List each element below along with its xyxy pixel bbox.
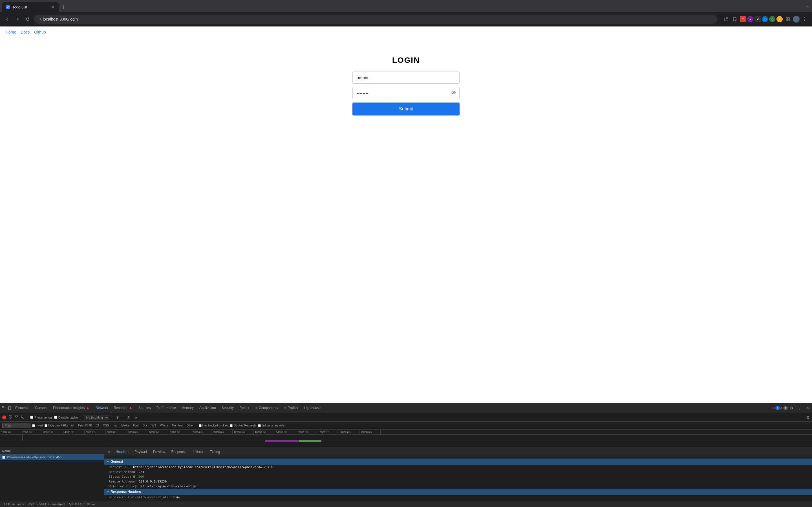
github-link[interactable]: Github	[34, 30, 46, 34]
tab-sources[interactable]: Sources	[136, 403, 154, 413]
svg-point-8	[804, 17, 805, 18]
general-section-header[interactable]: ▼ General	[104, 459, 812, 465]
filter-doc[interactable]: Doc	[142, 424, 149, 427]
tab-console[interactable]: Console	[32, 403, 50, 413]
preserve-log-checkbox[interactable]: Preserve log	[30, 416, 52, 419]
throttle-select[interactable]: No throttling	[84, 415, 109, 420]
has-blocked-checkbox[interactable]: Has blocked cookies	[199, 424, 229, 427]
toolbar-icons: T ● ✕ 🌐 ◌ ⚡ 👤	[722, 15, 809, 23]
devtools-device-button[interactable]	[7, 405, 12, 411]
detail-tab-bar: ✕ Headers Payload Preview Response Initi…	[104, 448, 812, 456]
blocked-requests-checkbox[interactable]: Blocked Requests	[230, 424, 256, 427]
devtools-close-icon[interactable]: ✕	[804, 405, 811, 411]
row-checkbox[interactable]	[2, 456, 5, 459]
ext-icon-5[interactable]: ◌	[769, 16, 775, 22]
menu-icon[interactable]	[801, 15, 809, 23]
filter-other[interactable]: Other	[185, 424, 195, 427]
ext-icon-1[interactable]: T	[740, 16, 746, 22]
toggle-password-icon[interactable]	[451, 90, 456, 96]
clear-button[interactable]	[8, 415, 12, 420]
detail-tab-preview[interactable]: Preview	[150, 448, 168, 456]
reload-button[interactable]	[24, 15, 32, 23]
response-headers-section-header[interactable]: ▼ Response Headers	[104, 489, 812, 495]
hide-data-urls-checkbox[interactable]: Hide data URLs	[45, 424, 68, 427]
tab-redux[interactable]: Redux	[237, 403, 252, 413]
filter-ws[interactable]: WS	[151, 424, 157, 427]
svg-rect-14	[2, 406, 4, 408]
timeline-marker-1	[6, 436, 6, 439]
filter-all[interactable]: All	[70, 424, 75, 427]
detail-tab-initiator[interactable]: Initiator	[190, 448, 206, 456]
filter-input[interactable]	[2, 423, 31, 428]
filter-icon[interactable]	[15, 415, 18, 420]
tab-close-button[interactable]: ✕	[50, 4, 55, 10]
filter-font[interactable]: Font	[132, 424, 140, 427]
tab-recorder[interactable]: Recorder 🔺	[111, 403, 136, 413]
remote-address-label: Remote Address:	[109, 480, 137, 483]
tab-security[interactable]: Security	[219, 403, 237, 413]
devtools-settings-icon[interactable]: ⚙	[788, 405, 795, 411]
bookmark-icon[interactable]	[731, 15, 739, 23]
ext-icon-4[interactable]: 🌐	[762, 16, 768, 22]
preserve-log-input[interactable]	[30, 416, 33, 419]
address-bar: localhost:8000/login T ● ✕ 🌐 ◌ ⚡ 👤	[0, 12, 812, 26]
invert-checkbox[interactable]: Invert	[32, 424, 43, 427]
tab-network[interactable]: Network	[93, 403, 111, 413]
tab-memory[interactable]: Memory	[179, 403, 197, 413]
filter-css[interactable]: CSS	[102, 424, 110, 427]
download-icon[interactable]	[133, 415, 139, 420]
devtools-more-icon[interactable]: ⋮	[796, 405, 803, 411]
tab-performance[interactable]: Performance	[154, 403, 179, 413]
filter-img[interactable]: Img	[112, 424, 119, 427]
filter-js[interactable]: JS	[95, 424, 100, 427]
address-input[interactable]: localhost:8000/login	[34, 15, 717, 24]
share-icon[interactable]	[722, 15, 730, 23]
detail-close-button[interactable]: ✕	[107, 449, 112, 455]
profile-icon[interactable]: 👤	[793, 16, 800, 22]
back-button[interactable]	[3, 15, 11, 23]
filter-manifest[interactable]: Manifest	[171, 424, 184, 427]
password-input[interactable]	[352, 87, 460, 99]
search-icon[interactable]	[20, 415, 24, 420]
submit-button[interactable]: Submit	[352, 103, 460, 115]
detail-tab-response[interactable]: Response	[168, 448, 189, 456]
tab-lighthouse[interactable]: Lighthouse	[301, 403, 323, 413]
third-party-checkbox[interactable]: 3rd-party requests	[258, 424, 285, 427]
disable-cache-checkbox[interactable]: Disable cache	[54, 416, 78, 419]
ext-icon-3[interactable]: ✕	[755, 16, 761, 22]
hide-data-urls-label: Hide data URLs	[48, 424, 68, 427]
username-input[interactable]	[352, 71, 460, 83]
active-tab[interactable]: ✓ Todo List ✕	[2, 2, 59, 12]
filter-media[interactable]: Media	[120, 424, 130, 427]
tab-profiler[interactable]: ⚛ Profiler	[281, 403, 301, 413]
tab-components[interactable]: ⚛ Components	[252, 403, 281, 413]
error-badge: ✕ 1	[772, 405, 779, 411]
tick-6000: 6000 ms	[106, 430, 127, 434]
ext-icon-2[interactable]: ●	[747, 16, 753, 22]
minimize-tabs[interactable]	[805, 4, 810, 10]
detail-tab-timing[interactable]: Timing	[207, 448, 223, 456]
detail-tab-headers[interactable]: Headers	[113, 448, 131, 456]
preserve-log-label: Preserve log	[35, 416, 52, 419]
tab-performance-insights[interactable]: Performance insights 🔺	[50, 403, 93, 413]
detail-tab-payload[interactable]: Payload	[132, 448, 149, 456]
forward-button[interactable]	[13, 15, 21, 23]
devtools-inspect-button[interactable]	[1, 405, 7, 411]
wifi-icon[interactable]	[115, 415, 120, 420]
timeline-ruler: 1000 ms 2000 ms 3000 ms 4000 ms 5000 ms …	[0, 430, 812, 435]
docs-link[interactable]: Docs	[20, 30, 30, 34]
tab-elements[interactable]: Elements	[12, 403, 32, 413]
record-button[interactable]	[2, 415, 6, 419]
filter-fetch-xhr[interactable]: Fetch/XHR	[77, 424, 93, 427]
request-url-row: Request URL: https://jsonplaceholder.typ…	[104, 465, 812, 469]
home-link[interactable]: Home	[6, 30, 16, 34]
ext-icon-6[interactable]: ⚡	[776, 16, 783, 22]
filter-wasm[interactable]: Wasm	[159, 424, 169, 427]
new-tab-button[interactable]	[60, 3, 68, 11]
request-row[interactable]: 1?username=admin&password=123456	[0, 454, 104, 460]
tab-application[interactable]: Application	[197, 403, 219, 413]
ext-puzzle-icon[interactable]	[784, 15, 792, 23]
upload-icon[interactable]	[126, 415, 131, 420]
network-settings-icon[interactable]: ⚙	[806, 415, 810, 420]
disable-cache-input[interactable]	[54, 416, 57, 419]
